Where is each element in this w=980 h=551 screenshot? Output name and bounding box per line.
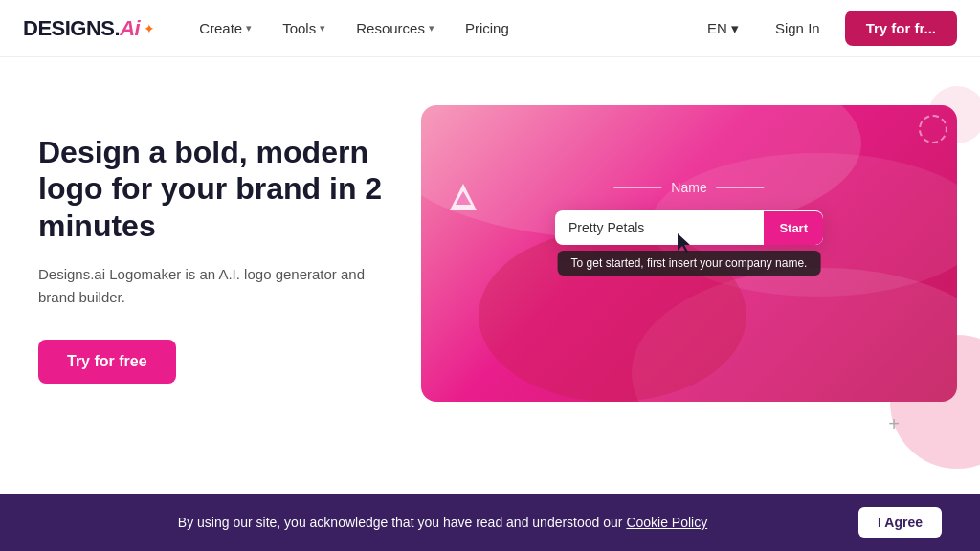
logo-ai: Ai: [120, 16, 140, 40]
chevron-down-icon: ▾: [246, 22, 252, 34]
chevron-down-icon: ▾: [320, 22, 325, 34]
triangle-logo-icon: [450, 184, 477, 222]
navbar: DESIGNS.Ai ✦ Create ▾ Tools ▾ Resources …: [0, 0, 980, 57]
hero-illustration: Name Pretty Petals Start To get started,…: [421, 105, 957, 402]
name-line-right: [717, 187, 765, 188]
nav-right: EN ▾ Sign In Try for fr...: [696, 11, 957, 46]
logo-text: DESIGNS.Ai: [23, 16, 140, 41]
cursor-icon: [678, 233, 693, 256]
chevron-down-icon: ▾: [429, 22, 434, 34]
logo-brand: DESIGNS.: [23, 16, 120, 40]
nav-items: Create ▾ Tools ▾ Resources ▾ Pricing: [186, 12, 696, 44]
main-content: Design a bold, modern logo for your bran…: [0, 57, 980, 551]
plus-decoration: +: [888, 413, 900, 435]
try-free-button[interactable]: Try for fr...: [845, 11, 957, 46]
cookie-banner: By using our site, you acknowledge that …: [0, 494, 980, 551]
svg-marker-2: [678, 233, 690, 253]
input-value: Pretty Petals: [555, 210, 764, 245]
hero-headline: Design a bold, modern logo for your bran…: [38, 134, 402, 244]
logo-icon: ✦: [144, 21, 155, 36]
sign-in-button[interactable]: Sign In: [762, 14, 834, 42]
nav-item-create[interactable]: Create ▾: [186, 12, 265, 44]
nav-item-pricing[interactable]: Pricing: [452, 12, 523, 44]
hero-right: Name Pretty Petals Start To get started,…: [421, 105, 957, 411]
name-label: Name: [613, 180, 764, 195]
nav-item-resources[interactable]: Resources ▾: [343, 12, 448, 44]
agree-button[interactable]: I Agree: [858, 507, 942, 538]
cookie-text: By using our site, you acknowledge that …: [38, 515, 847, 530]
nav-item-tools[interactable]: Tools ▾: [269, 12, 339, 44]
dashed-circle-decoration: [919, 115, 947, 143]
start-button[interactable]: Start: [764, 211, 823, 245]
language-selector[interactable]: EN ▾: [696, 14, 750, 43]
cookie-policy-link[interactable]: Cookie Policy: [626, 515, 707, 530]
hero-subtext: Designs.ai Logomaker is an A.I. logo gen…: [38, 263, 402, 309]
logo[interactable]: DESIGNS.Ai ✦: [23, 16, 155, 41]
chevron-down-icon: ▾: [731, 20, 739, 37]
hero-left: Design a bold, modern logo for your bran…: [38, 115, 402, 384]
name-line-left: [613, 187, 661, 188]
hero-cta-button[interactable]: Try for free: [38, 340, 176, 384]
